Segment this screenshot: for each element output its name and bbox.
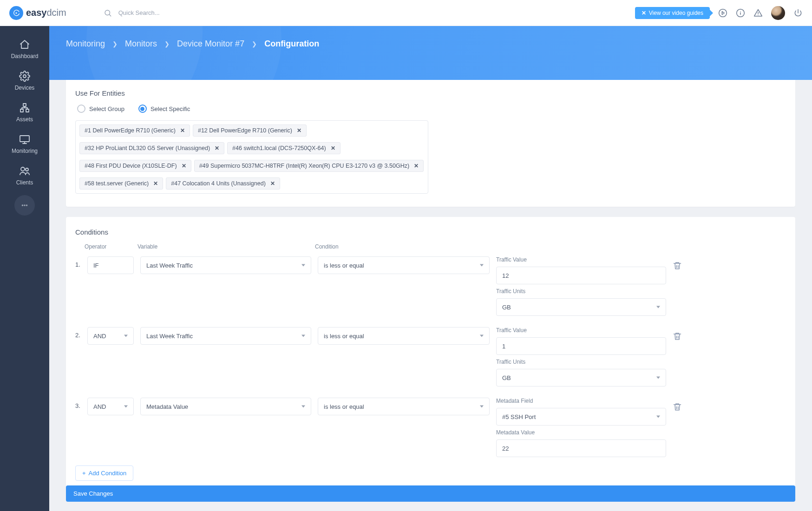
- search-placeholder: Quick Search...: [118, 9, 160, 16]
- chevron-right-icon: ❯: [164, 40, 170, 47]
- unit-label: Metadata Value: [496, 429, 666, 436]
- condition-row: 1.IFLast Week Trafficis less or equalTra…: [75, 254, 786, 324]
- value-label: Metadata Field: [496, 398, 666, 404]
- value-label: Traffic Value: [496, 256, 666, 263]
- value-input[interactable]: 1: [496, 337, 666, 355]
- variable-select[interactable]: Metadata Value: [140, 398, 311, 415]
- operator-select[interactable]: AND: [87, 398, 134, 415]
- avatar[interactable]: [771, 6, 785, 20]
- search-icon: [104, 9, 112, 17]
- value-input[interactable]: #5 SSH Port: [496, 408, 666, 426]
- logo-icon: [9, 6, 23, 20]
- entity-tag[interactable]: #49 Supermicro 5037MC-H8TRF (Intel(R) Xe…: [194, 160, 424, 172]
- svg-point-9: [21, 167, 25, 171]
- play-icon[interactable]: [718, 8, 727, 18]
- condition-select[interactable]: is less or equal: [318, 327, 490, 345]
- entities-title: Use For Entities: [75, 89, 786, 97]
- footer: Save Changes: [49, 479, 812, 511]
- sidebar-more[interactable]: [14, 195, 35, 216]
- crumb-monitoring[interactable]: Monitoring: [66, 39, 105, 49]
- radio-icon: [138, 105, 147, 113]
- logo[interactable]: easydcim: [9, 6, 66, 20]
- close-icon[interactable]: ✕: [642, 10, 646, 16]
- value-label: Traffic Value: [496, 327, 666, 334]
- remove-icon[interactable]: ✕: [182, 163, 186, 169]
- unit-label: Traffic Units: [496, 288, 666, 295]
- svg-point-11: [22, 205, 23, 206]
- gear-icon: [19, 71, 30, 82]
- sidebar-item-clients[interactable]: Clients: [0, 161, 49, 190]
- remove-icon[interactable]: ✕: [270, 181, 275, 186]
- remove-icon[interactable]: ✕: [215, 145, 219, 151]
- delete-row-button[interactable]: [673, 332, 682, 341]
- info-icon[interactable]: [736, 8, 745, 18]
- unit-select[interactable]: GB: [496, 369, 666, 387]
- power-icon[interactable]: [793, 8, 803, 18]
- operator-select[interactable]: IF: [87, 256, 134, 274]
- svg-point-10: [26, 168, 28, 171]
- svg-point-1: [105, 10, 110, 15]
- page-header: Monitoring ❯ Monitors ❯ Device Monitor #…: [49, 26, 812, 80]
- condition-row: 2.ANDLast Week Trafficis less or equalTr…: [75, 324, 786, 395]
- remove-icon[interactable]: ✕: [297, 128, 301, 133]
- video-guides-button[interactable]: ✕ View our video guides: [635, 7, 710, 19]
- entity-tag[interactable]: #48 First PDU Device (X10SLE-DF)✕: [79, 160, 191, 172]
- svg-point-4: [23, 75, 26, 78]
- variable-select[interactable]: Last Week Traffic: [140, 327, 311, 345]
- save-button[interactable]: Save Changes: [66, 485, 795, 502]
- delete-row-button[interactable]: [673, 261, 682, 270]
- value-input[interactable]: 12: [496, 267, 666, 284]
- entity-tag[interactable]: #46 switch1.local (DCS-7250QX-64)✕: [227, 142, 340, 154]
- radio-select-group[interactable]: Select Group: [77, 105, 124, 113]
- sidebar: Dashboard Devices Assets Monitoring Clie…: [0, 26, 49, 511]
- svg-point-12: [24, 205, 25, 206]
- operator-select[interactable]: AND: [87, 327, 134, 345]
- conditions-title: Conditions: [75, 228, 786, 236]
- trash-icon: [673, 261, 682, 270]
- entity-tag[interactable]: #1 Dell PowerEdge R710 (Generic)✕: [79, 124, 190, 137]
- crumb-device-monitor[interactable]: Device Monitor #7: [177, 39, 244, 49]
- conditions-card: Conditions Operator Variable Condition 1…: [66, 217, 795, 490]
- remove-icon[interactable]: ✕: [414, 163, 419, 169]
- delete-row-button[interactable]: [673, 402, 682, 412]
- unit-select[interactable]: 22: [496, 439, 666, 457]
- dots-icon: [20, 201, 29, 210]
- plus-icon: +: [82, 470, 86, 477]
- header-condition: Condition: [315, 243, 487, 250]
- header-variable: Variable: [138, 243, 308, 250]
- topbar-right: ✕ View our video guides: [635, 6, 803, 20]
- brand-a: easy: [26, 7, 47, 18]
- sidebar-item-devices[interactable]: Devices: [0, 66, 49, 96]
- home-icon: [19, 39, 30, 50]
- radio-icon: [77, 105, 85, 113]
- chevron-right-icon: ❯: [112, 40, 118, 47]
- condition-select[interactable]: is less or equal: [318, 256, 490, 274]
- svg-point-0: [16, 12, 17, 13]
- breadcrumb: Monitoring ❯ Monitors ❯ Device Monitor #…: [66, 39, 795, 49]
- trash-icon: [673, 332, 682, 341]
- search-input[interactable]: Quick Search...: [104, 9, 160, 17]
- users-icon: [19, 165, 30, 177]
- variable-select[interactable]: Last Week Traffic: [140, 256, 311, 274]
- svg-point-13: [26, 205, 27, 206]
- entity-tag[interactable]: #58 test.server (Generic)✕: [79, 177, 163, 190]
- entity-tag[interactable]: #47 Colocation 4 Units (Unassigned)✕: [166, 177, 280, 190]
- sidebar-item-assets[interactable]: Assets: [0, 98, 49, 127]
- content: Monitoring ❯ Monitors ❯ Device Monitor #…: [49, 26, 812, 511]
- sidebar-item-monitoring[interactable]: Monitoring: [0, 129, 49, 159]
- radio-select-specific[interactable]: Select Specific: [138, 105, 190, 113]
- unit-select[interactable]: GB: [496, 298, 666, 316]
- svg-rect-8: [20, 136, 29, 142]
- condition-select[interactable]: is less or equal: [318, 398, 490, 415]
- entity-tag[interactable]: #32 HP ProLiant DL320 G5 Server (Unassig…: [79, 142, 224, 154]
- entity-tags[interactable]: #1 Dell PowerEdge R710 (Generic)✕#12 Del…: [75, 120, 428, 194]
- crumb-monitors[interactable]: Monitors: [125, 39, 157, 49]
- alert-icon[interactable]: [753, 8, 763, 18]
- remove-icon[interactable]: ✕: [180, 128, 185, 133]
- header-operator: Operator: [85, 243, 131, 250]
- remove-icon[interactable]: ✕: [153, 181, 158, 186]
- condition-row: 3.ANDMetadata Valueis less or equalMetad…: [75, 395, 786, 465]
- sidebar-item-dashboard[interactable]: Dashboard: [0, 34, 49, 64]
- entity-tag[interactable]: #12 Dell PowerEdge R710 (Generic)✕: [193, 124, 307, 137]
- remove-icon[interactable]: ✕: [331, 145, 335, 151]
